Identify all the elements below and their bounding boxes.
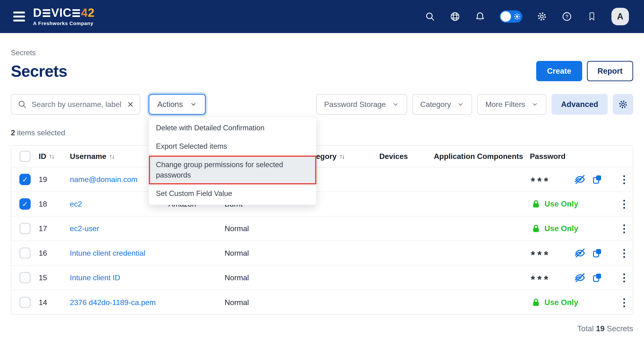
row-menu-kebab-icon[interactable]: ⋮ xyxy=(617,174,632,185)
menu-item-delete[interactable]: Delete with Detailed Confirmation xyxy=(149,119,316,137)
row-menu-kebab-icon[interactable]: ⋮ xyxy=(617,297,632,308)
menu-item-export[interactable]: Export Selected items xyxy=(149,137,316,156)
row-checkbox[interactable] xyxy=(19,247,31,259)
actions-button[interactable]: Actions xyxy=(148,94,206,115)
svg-text:?: ? xyxy=(566,14,568,20)
brand-e-icon xyxy=(43,9,50,17)
select-all-checkbox[interactable] xyxy=(19,151,31,162)
menu-item-change-group-permissions[interactable]: Change group permissions for selected pa… xyxy=(149,156,316,184)
row-id: 19 xyxy=(39,175,47,184)
search-input[interactable] xyxy=(32,100,123,109)
column-header-app-components: Application Components xyxy=(434,146,523,167)
column-header-id[interactable]: ID ↑↓ xyxy=(39,146,54,167)
username-link[interactable]: 2376 d42do-1189-ca.pem xyxy=(70,298,156,307)
row-id: 15 xyxy=(39,273,47,282)
chevron-down-icon xyxy=(457,101,464,108)
total-count: 19 xyxy=(596,324,604,333)
column-label: Devices xyxy=(379,152,408,161)
password-storage-filter[interactable]: Password Storage xyxy=(316,94,407,115)
avatar[interactable]: A xyxy=(612,8,629,25)
report-button[interactable]: Report xyxy=(587,61,633,81)
use-only-label: Use Only xyxy=(544,199,578,208)
reveal-password-eye-off-icon[interactable] xyxy=(574,174,586,185)
lock-icon xyxy=(531,199,541,209)
menu-icon[interactable] xyxy=(13,12,25,22)
username-link[interactable]: ec2 xyxy=(70,200,82,208)
username-link[interactable]: Intune client credential xyxy=(70,249,145,258)
sort-icon[interactable]: ↑↓ xyxy=(109,153,114,160)
row-menu-kebab-icon[interactable]: ⋮ xyxy=(617,272,632,283)
category-filter[interactable]: Category xyxy=(412,94,472,115)
row-checkbox[interactable] xyxy=(19,272,31,283)
copy-password-icon[interactable] xyxy=(591,174,603,185)
app-header: D VIC 4 2 A Freshworks Company xyxy=(0,0,644,33)
page-title: Secrets xyxy=(11,62,67,80)
notifications-bell-icon[interactable] xyxy=(475,11,486,22)
column-header-username[interactable]: Username ↑↓ xyxy=(70,146,114,167)
column-header-password: Password xyxy=(530,146,566,167)
row-id: 18 xyxy=(39,200,47,208)
column-label: Username xyxy=(70,152,106,161)
brand-subtitle: A Freshworks Company xyxy=(33,21,94,26)
bookmark-icon[interactable] xyxy=(586,11,597,22)
table-settings-gear-icon[interactable] xyxy=(613,94,633,115)
selection-status: 2items selected xyxy=(11,128,633,137)
username-link[interactable]: Intune client ID xyxy=(70,273,120,282)
copy-password-icon[interactable] xyxy=(591,247,603,259)
row-checkbox[interactable] xyxy=(19,198,31,210)
row-menu-kebab-icon[interactable]: ⋮ xyxy=(617,248,632,258)
row-checkbox[interactable] xyxy=(19,223,31,234)
avatar-initial: A xyxy=(617,12,623,22)
sort-icon[interactable]: ↑↓ xyxy=(49,153,54,160)
brand-logo[interactable]: D VIC 4 2 A Freshworks Company xyxy=(33,7,94,26)
chevron-down-icon xyxy=(392,101,399,108)
row-checkbox[interactable] xyxy=(19,297,31,308)
username-link[interactable]: name@domain.com xyxy=(70,175,138,184)
brand-letters: VIC xyxy=(51,7,72,19)
column-header-devices: Devices xyxy=(379,146,408,167)
total-label: Total xyxy=(577,324,594,333)
brand-wordmark: D VIC 4 2 xyxy=(33,7,94,19)
copy-password-icon[interactable] xyxy=(591,272,603,283)
use-only-badge: Use Only xyxy=(531,199,578,209)
header-actions: ? A xyxy=(424,8,629,25)
row-menu-kebab-icon[interactable]: ⋮ xyxy=(617,223,632,234)
filter-label: More Filters xyxy=(485,100,525,109)
lock-icon xyxy=(531,297,541,308)
help-icon[interactable]: ? xyxy=(562,11,572,22)
selection-count: 2 xyxy=(11,128,15,137)
reveal-password-eye-off-icon[interactable] xyxy=(574,247,586,259)
column-label: Application Components xyxy=(434,152,523,161)
more-filters-filter[interactable]: More Filters xyxy=(477,94,546,115)
settings-gear-icon[interactable] xyxy=(536,11,547,22)
row-category: Normal xyxy=(224,298,249,307)
theme-toggle[interactable] xyxy=(500,11,522,23)
username-link[interactable]: ec2-user xyxy=(70,224,99,233)
menu-item-set-custom-field[interactable]: Set Custom Field Value xyxy=(149,184,316,203)
row-checkbox[interactable] xyxy=(19,174,31,185)
row-id: 17 xyxy=(39,224,47,233)
filter-label: Password Storage xyxy=(324,100,386,109)
actions-menu: Delete with Detailed Confirmation Export… xyxy=(148,117,316,205)
title-row: Secrets Create Report xyxy=(11,61,633,81)
total-unit: Secrets xyxy=(607,324,633,333)
table-row: 14 2376 d42do-1189-ca.pem Normal *** xyxy=(11,290,633,315)
toolbar: × Actions Delete with Detailed Confirmat… xyxy=(11,94,633,115)
chevron-down-icon xyxy=(531,101,538,108)
clear-search-icon[interactable]: × xyxy=(128,99,134,110)
globe-icon[interactable] xyxy=(450,11,460,22)
search-icon[interactable] xyxy=(424,11,436,22)
reveal-password-eye-off-icon[interactable] xyxy=(574,272,586,283)
table-header-row: ID ↑↓ Username ↑↓ Category ↑↓ Devices Ap… xyxy=(11,146,633,167)
sort-icon[interactable]: ↑↓ xyxy=(340,153,344,160)
use-only-badge: Use Only xyxy=(531,223,578,234)
brand-number: 4 xyxy=(81,7,88,19)
filter-label: Category xyxy=(420,100,451,109)
brand-number: 2 xyxy=(88,7,94,19)
row-menu-kebab-icon[interactable]: ⋮ xyxy=(617,199,632,209)
advanced-button[interactable]: Advanced xyxy=(552,94,608,115)
create-button[interactable]: Create xyxy=(536,61,582,81)
secrets-table: ID ↑↓ Username ↑↓ Category ↑↓ Devices Ap… xyxy=(11,145,633,315)
filter-bar: Password Storage Category More Filters A… xyxy=(316,94,633,115)
table-row: 19 name@domain.com *** xyxy=(11,167,633,192)
